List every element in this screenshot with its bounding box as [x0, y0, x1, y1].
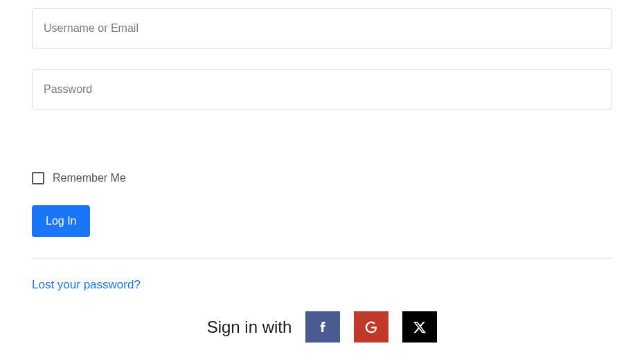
facebook-icon	[316, 320, 330, 334]
facebook-signin-button[interactable]	[305, 311, 340, 343]
google-signin-button[interactable]	[354, 311, 388, 343]
remember-row: Remember Me	[32, 172, 612, 184]
divider	[32, 258, 612, 259]
password-input[interactable]	[32, 69, 612, 110]
social-buttons	[305, 311, 437, 343]
username-input[interactable]	[32, 8, 612, 49]
social-signin-label: Sign in with	[207, 318, 292, 337]
remember-checkbox[interactable]	[32, 172, 44, 184]
x-icon	[413, 320, 427, 334]
remember-label: Remember Me	[53, 172, 126, 184]
social-signin-row: Sign in with	[32, 311, 612, 343]
login-form: Remember Me Log In Lost your password? S…	[0, 0, 644, 343]
x-signin-button[interactable]	[402, 311, 437, 343]
lost-password-link[interactable]: Lost your password?	[32, 278, 141, 291]
login-button[interactable]: Log In	[32, 205, 90, 237]
google-icon	[364, 320, 378, 334]
